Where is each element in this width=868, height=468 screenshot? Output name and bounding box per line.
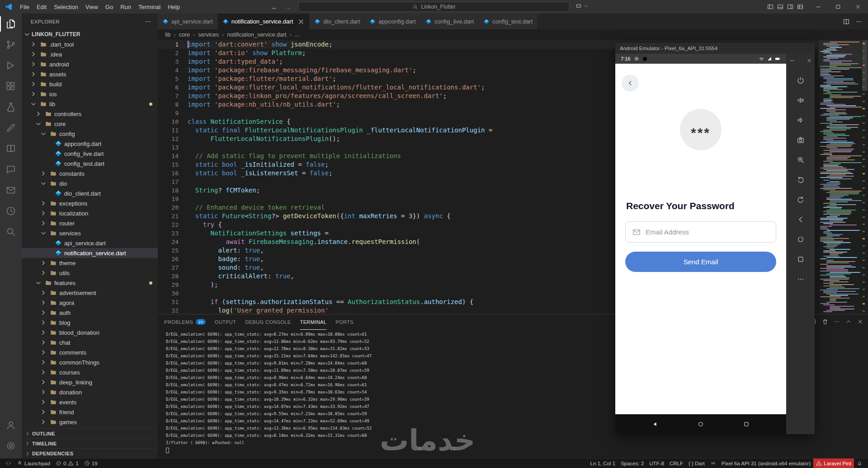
close-icon[interactable] [297,18,305,25]
tree-item-deep_linking[interactable]: deep_linking [22,377,158,387]
status-laravel-pint[interactable]: Laravel Pint [813,459,854,468]
emulator-screenshot-button[interactable] [795,134,807,146]
activity-notes[interactable] [0,117,22,138]
tree-item-android[interactable]: android [22,59,158,69]
customize-layout-icon[interactable] [797,3,804,10]
split-editor-icon[interactable] [843,18,850,25]
panel-more-button[interactable] [834,318,840,326]
status-indentation[interactable]: Spaces: 2 [618,459,646,468]
tree-item-localization[interactable]: localization [22,208,158,218]
menu-run[interactable]: Run [117,2,135,12]
tree-item-build[interactable]: build [22,79,158,89]
explorer-more-icon[interactable] [144,18,151,25]
panel-tab-output[interactable]: OUTPUT [215,314,236,330]
status-pending-count[interactable]: 19 [81,459,100,468]
panel-tab-terminal[interactable]: TERMINAL [300,314,327,330]
breadcrumb-item[interactable]: services [198,32,219,38]
emulator-rotate-left-button[interactable] [795,174,807,186]
tree-item-theme[interactable]: theme [22,258,158,268]
android-back-button[interactable] [649,418,661,430]
tree-item-config_test.dart[interactable]: config_test.dart [22,159,158,168]
maximize-button[interactable] [828,0,848,14]
status-cursor-position[interactable]: Ln 1, Col 1 [588,459,618,468]
tab-notification_service.dart[interactable]: notification_service.dart [218,14,310,29]
emulator-back-button[interactable] [795,214,807,225]
emulator-close-button[interactable] [803,55,815,66]
email-input[interactable] [646,228,769,236]
tree-item-donation[interactable]: donation [22,387,158,397]
go-back-button[interactable]: ← [271,3,278,11]
tree-item-agora[interactable]: agora [22,298,158,308]
editor-more-icon[interactable] [855,18,863,25]
tree-item-assets[interactable]: assets [22,69,158,79]
status-launchpad[interactable]: Launchpad [14,459,53,468]
emulator-minimize-button[interactable] [786,55,798,66]
tree-item-auth[interactable]: auth [22,308,158,318]
tree-item-config[interactable]: config [22,129,158,139]
tree-item-comments[interactable]: comments [22,347,158,357]
menu-terminal[interactable]: Terminal [135,2,164,12]
tree-item-exceptions[interactable]: exceptions [22,198,158,208]
menu-file[interactable]: File [16,2,33,12]
tree-item-lib[interactable]: lib [22,99,158,109]
emulator-more-button[interactable] [795,273,807,285]
tree-item-friend[interactable]: friend [22,407,158,417]
status-broadcast[interactable] [708,459,719,468]
emulator-power-button[interactable] [795,75,807,86]
close-window-button[interactable] [848,0,868,14]
panel-tab-debug-console[interactable]: DEBUG CONSOLE [245,314,291,330]
panel-tab-ports[interactable]: PORTS [335,314,354,330]
tree-item-constants[interactable]: constants [22,168,158,178]
tree-item-courses[interactable]: courses [22,367,158,377]
breadcrumb-item[interactable]: ... [295,32,299,38]
status-eol-sequence[interactable]: CRLF [667,459,686,468]
activity-documentation[interactable] [0,138,22,159]
tree-item-events[interactable]: events [22,397,158,407]
activity-mail[interactable] [0,180,22,201]
sidebar-section-outline[interactable]: OUTLINE [22,428,158,438]
status-problems-summary[interactable]: 01 [53,459,81,468]
status-remote-indicator[interactable] [3,459,14,468]
copilot-menu[interactable] [575,2,589,9]
menu-selection[interactable]: Selection [50,2,81,12]
emulator-volume-up-button[interactable] [795,94,807,106]
tree-item-router[interactable]: router [22,218,158,228]
activity-extensions[interactable] [0,76,22,97]
activity-settings[interactable] [0,435,22,456]
tab-config_test.dart[interactable]: config_test.dart [479,14,538,29]
tab-api_service.dart[interactable]: api_service.dart [158,14,218,29]
tab-appconfig.dart[interactable]: appconfig.dart [365,14,420,29]
tree-item-api_service.dart[interactable]: api_service.dart [22,238,158,248]
activity-testing[interactable] [0,97,22,117]
activity-explorer[interactable] [0,14,22,34]
tree-item-games[interactable]: games [22,417,158,427]
sidebar-section-dependencies[interactable]: DEPENDENCIES [22,448,158,458]
tree-item-commonThings[interactable]: commonThings [22,357,158,367]
kill-terminal-button[interactable] [822,318,828,326]
tree-item-.idea[interactable]: .idea [22,49,158,59]
emulator-overview-button[interactable] [795,253,807,265]
activity-history[interactable] [0,201,22,221]
activity-source-control[interactable] [0,34,22,55]
editor-scrollbar[interactable] [862,40,868,314]
tree-item-services[interactable]: services [22,228,158,238]
breadcrumb-item[interactable]: lib [165,32,171,38]
minimize-button[interactable] [808,0,828,14]
send-email-button[interactable]: Send Email [625,252,776,272]
tree-item-config_live.dart[interactable]: config_live.dart [22,149,158,159]
breadcrumb-item[interactable]: core [179,32,190,38]
tree-item-ios[interactable]: ios [22,89,158,99]
activity-chat[interactable] [0,159,22,180]
menu-view[interactable]: View [82,2,102,12]
menu-go[interactable]: Go [102,2,117,12]
tree-item-blood_donation[interactable]: blood_donation [22,328,158,337]
android-overview-button[interactable] [741,418,752,430]
menu-help[interactable]: Help [164,2,184,12]
android-home-button[interactable] [695,418,707,430]
tree-item-dio_client.dart[interactable]: dio_client.dart [22,188,158,198]
close-panel-button[interactable] [857,318,863,326]
status-encoding[interactable]: UTF-8 [646,459,667,468]
tab-dio_client.dart[interactable]: dio_client.dart [310,14,365,29]
tree-item-chat[interactable]: chat [22,337,158,347]
emulator-titlebar[interactable]: Android Emulator - Pixel_6a_API_31:5554 [615,43,815,54]
